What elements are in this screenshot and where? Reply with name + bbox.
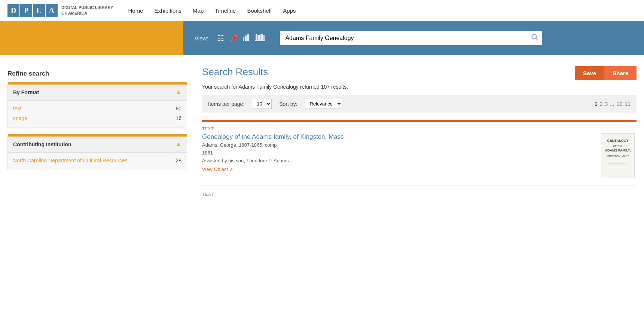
filter-title-format: By Format bbox=[13, 89, 39, 95]
page-dots: ... bbox=[610, 101, 614, 107]
logo-area: D P L A DIGITAL PUBLIC LIBRARY OF AMERIC… bbox=[7, 4, 113, 17]
logo-box: D P L A bbox=[7, 4, 58, 17]
save-button[interactable]: Save bbox=[575, 66, 604, 80]
svg-rect-7 bbox=[255, 40, 265, 41]
logo-text: DIGITAL PUBLIC LIBRARY OF AMERICA bbox=[61, 5, 113, 16]
filter-count-text: 90 bbox=[176, 105, 181, 111]
list-view-icon[interactable]: ☷ bbox=[217, 34, 224, 43]
result-separator-1 bbox=[202, 186, 637, 186]
result-type-2: TEXT bbox=[202, 192, 637, 196]
logo-letter-a: A bbox=[46, 4, 58, 17]
filter-items-institution: North Carolina Department of Cultural Re… bbox=[8, 153, 187, 170]
bookshelf-view-icon[interactable] bbox=[255, 33, 265, 43]
filter-title-row-institution: Contributing Institution ▲ bbox=[8, 137, 187, 153]
search-bar-section: View: ☷ 📌 bbox=[183, 21, 644, 55]
filter-contributing-institution: Contributing Institution ▲ North Carolin… bbox=[7, 134, 187, 170]
result-title-1[interactable]: Genealogy of the Adams family, of Kingst… bbox=[202, 133, 344, 140]
page-10[interactable]: 10 bbox=[617, 101, 623, 107]
results-description: Your search for Adams Family Genealogy r… bbox=[202, 84, 637, 90]
nav-bookshelf[interactable]: Bookshelf bbox=[247, 7, 272, 14]
nav-exhibitions[interactable]: Exhibitions bbox=[155, 7, 182, 14]
svg-line-9 bbox=[536, 39, 538, 40]
logo-letter-d: D bbox=[7, 4, 19, 17]
filter-toggle-institution[interactable]: ▲ bbox=[176, 141, 181, 148]
nav-timeline[interactable]: Timeline bbox=[215, 7, 236, 14]
refine-search-title: Refine search bbox=[7, 70, 187, 77]
result-description-1: Assisted by his son, Theodore P. Adams. bbox=[202, 158, 593, 163]
book-thumbnail-1: GENEALOGY OF THE ADAMS FAMILY, KINGSTON,… bbox=[601, 133, 635, 178]
filter-title-row-format: By Format ▲ bbox=[8, 85, 187, 101]
nav-home[interactable]: Home bbox=[128, 7, 143, 14]
nav-map[interactable]: Map bbox=[193, 7, 204, 14]
result-divider-top-1 bbox=[202, 120, 637, 122]
results-title: Search Results bbox=[202, 66, 268, 78]
page-3[interactable]: 3 bbox=[605, 101, 608, 107]
share-button[interactable]: Share bbox=[604, 66, 637, 80]
filter-title-institution: Contributing Institution bbox=[13, 141, 71, 147]
pagination: 1 2 3 ... 10 11 bbox=[595, 101, 631, 107]
results-actions: Save Share bbox=[575, 66, 637, 80]
filter-count-image: 16 bbox=[176, 115, 181, 121]
timeline-view-icon[interactable] bbox=[242, 33, 251, 43]
svg-rect-6 bbox=[263, 35, 265, 41]
result-year-1: 1861 bbox=[202, 150, 593, 156]
sort-select[interactable]: Relevance Date Title bbox=[305, 99, 342, 109]
svg-rect-2 bbox=[247, 34, 249, 41]
result-image-area-1: GENEALOGY OF THE ADAMS FAMILY, KINGSTON,… bbox=[599, 133, 637, 178]
svg-rect-1 bbox=[245, 36, 247, 41]
results-title-area: Search Results bbox=[202, 66, 268, 78]
pagination-bar: Items per page: 10 25 50 Sort by: Releva… bbox=[202, 95, 637, 113]
svg-rect-4 bbox=[258, 35, 260, 41]
per-page-label: Items per page: bbox=[208, 101, 244, 107]
page-2[interactable]: 2 bbox=[600, 101, 603, 107]
filter-by-format: By Format ▲ text 90 image 16 bbox=[7, 82, 187, 128]
nav-apps[interactable]: Apps bbox=[283, 7, 296, 14]
filter-count-nc: 28 bbox=[176, 157, 181, 163]
search-input-wrap bbox=[280, 31, 542, 45]
map-view-icon[interactable]: 📌 bbox=[229, 34, 238, 43]
view-object-link-1[interactable]: View Object ➚ bbox=[202, 166, 233, 172]
top-banner-row: View: ☷ 📌 bbox=[0, 21, 644, 55]
page-1[interactable]: 1 bbox=[595, 101, 598, 107]
search-button[interactable] bbox=[531, 34, 538, 43]
view-label: View: bbox=[195, 35, 208, 42]
view-icons: ☷ 📌 bbox=[217, 33, 265, 43]
result-text-area-1: Genealogy of the Adams family, of Kingst… bbox=[202, 133, 593, 178]
left-sidebar: Refine search By Format ▲ text 90 image … bbox=[7, 55, 195, 199]
site-header: D P L A DIGITAL PUBLIC LIBRARY OF AMERIC… bbox=[0, 0, 644, 21]
results-header: Search Results Save Share bbox=[202, 59, 637, 84]
svg-rect-3 bbox=[256, 34, 257, 41]
filter-item-text: text 90 bbox=[13, 104, 181, 113]
svg-rect-0 bbox=[243, 37, 244, 41]
filter-link-nc[interactable]: North Carolina Department of Cultural Re… bbox=[13, 157, 128, 163]
main-content: Search Results Save Share Your search fo… bbox=[195, 55, 637, 199]
sort-label: Sort by: bbox=[279, 101, 297, 107]
logo-letter-l: L bbox=[33, 4, 45, 17]
filter-item-nc: North Carolina Department of Cultural Re… bbox=[13, 156, 181, 165]
page-11[interactable]: 11 bbox=[625, 101, 631, 107]
filter-link-text[interactable]: text bbox=[13, 105, 22, 111]
filter-link-image[interactable]: image bbox=[13, 115, 27, 121]
per-page-select[interactable]: 10 25 50 bbox=[252, 99, 272, 109]
search-input[interactable] bbox=[280, 31, 542, 45]
result-author-1: Adams, George, 1807-1865, comp bbox=[202, 142, 593, 148]
logo-letter-p: P bbox=[20, 4, 32, 17]
result-item-1: Genealogy of the Adams family, of Kingst… bbox=[202, 133, 637, 178]
svg-rect-5 bbox=[260, 34, 263, 41]
orange-banner bbox=[0, 21, 183, 55]
external-link-icon-1: ➚ bbox=[229, 167, 233, 172]
page-layout: Refine search By Format ▲ text 90 image … bbox=[0, 55, 644, 199]
result-type-1: TEXT bbox=[202, 126, 637, 131]
filter-toggle-format[interactable]: ▲ bbox=[176, 89, 181, 96]
filter-items-format: text 90 image 16 bbox=[8, 101, 187, 128]
filter-item-image: image 16 bbox=[13, 113, 181, 123]
main-nav: Home Exhibitions Map Timeline Bookshelf … bbox=[128, 7, 296, 14]
